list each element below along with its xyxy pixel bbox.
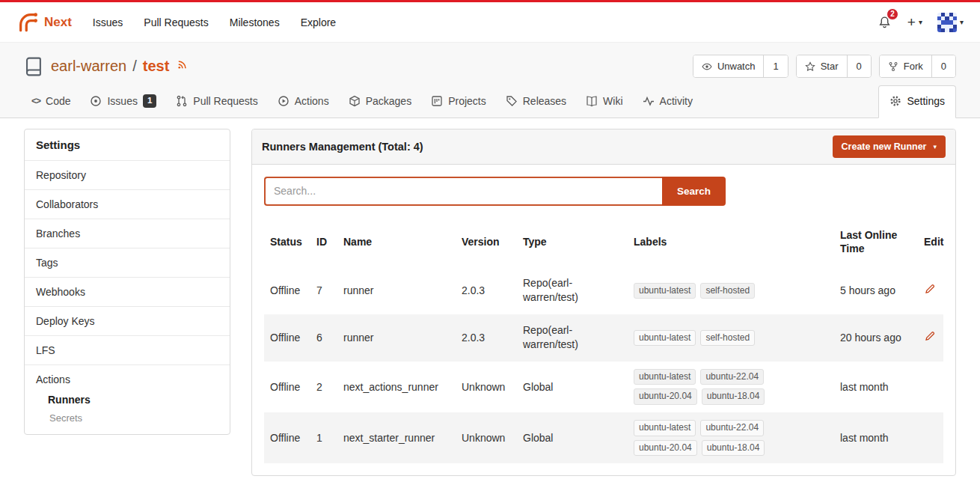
user-menu-button[interactable]: ▾ [937, 13, 964, 32]
label-chip: ubuntu-latest [634, 330, 696, 347]
package-icon [349, 95, 361, 107]
fork-button-group: Fork 0 [879, 55, 956, 78]
search-button[interactable]: Search [662, 177, 726, 206]
nav-link-pull-requests[interactable]: Pull Requests [144, 16, 208, 28]
panel-title: Runners Management (Total: 4) [262, 141, 423, 153]
sidebar-item-repository[interactable]: Repository [25, 160, 230, 189]
book-icon [586, 95, 598, 107]
sidebar-item-actions[interactable]: Actions [25, 365, 230, 390]
eye-icon [702, 61, 712, 72]
label-chip: ubuntu-18.04 [702, 388, 765, 405]
tab-settings[interactable]: Settings [878, 85, 956, 118]
star-button-group: Star 0 [796, 55, 872, 78]
watchers-count[interactable]: 1 [764, 55, 787, 77]
notifications-button[interactable]: 2 [877, 13, 892, 31]
edit-runner-button[interactable] [924, 283, 936, 295]
repo-separator: / [132, 58, 137, 75]
edit-cell-empty [918, 412, 943, 463]
runners-table: Status ID Name Version Type Labels Last … [264, 216, 943, 464]
nav-link-milestones[interactable]: Milestones [230, 16, 280, 28]
star-icon [805, 61, 815, 72]
create-new-menu-button[interactable]: + ▾ [907, 15, 922, 29]
runner-last-online: last month [834, 412, 918, 463]
runner-version: 2.0.3 [456, 314, 517, 362]
runner-id: 1 [310, 412, 337, 463]
search-input[interactable] [264, 177, 662, 206]
sidebar-item-webhooks[interactable]: Webhooks [25, 277, 230, 306]
pull-request-icon [176, 95, 188, 107]
col-id: ID [310, 216, 337, 267]
nav-link-issues[interactable]: Issues [93, 16, 123, 28]
notification-count-badge: 2 [886, 8, 898, 20]
nav-link-explore[interactable]: Explore [301, 16, 336, 28]
repo-tab-bar: <> Code Issues 1 Pull Requests Actions [24, 85, 956, 118]
home-link[interactable]: Next [16, 11, 72, 34]
plus-icon: + [907, 15, 916, 29]
sidebar-title: Settings [25, 129, 230, 160]
star-label: Star [821, 61, 839, 72]
star-button[interactable]: Star [797, 55, 848, 77]
brand-name: Next [44, 15, 72, 30]
tab-packages[interactable]: Packages [341, 85, 419, 118]
tab-code[interactable]: <> Code [24, 85, 78, 118]
create-runner-button[interactable]: Create new Runner ▾ [833, 135, 946, 158]
sidebar-item-runners[interactable]: Runners [25, 390, 230, 409]
runner-type: Global [517, 362, 628, 412]
code-icon: <> [31, 96, 40, 106]
sidebar-item-lfs[interactable]: LFS [25, 335, 230, 364]
sidebar-item-collaborators[interactable]: Collaborators [25, 189, 230, 219]
runner-labels: ubuntu-latest self-hosted [634, 283, 787, 299]
tab-issues[interactable]: Issues 1 [82, 85, 164, 118]
chevron-down-icon: ▾ [933, 143, 937, 150]
runner-version: Unknown [456, 362, 517, 412]
tab-wiki[interactable]: Wiki [578, 85, 630, 118]
tab-pull-requests[interactable]: Pull Requests [168, 85, 265, 118]
col-labels: Labels [628, 216, 834, 267]
repo-owner-link[interactable]: earl-warren [51, 58, 126, 75]
rss-feed-icon[interactable] [177, 59, 188, 70]
runner-status: Offline [264, 314, 310, 362]
runner-name: next_actions_runner [337, 362, 456, 412]
label-chip: ubuntu-22.04 [700, 369, 764, 385]
tag-icon [506, 95, 518, 107]
table-row: Offline 1 next_starter_runner Unknown Gl… [264, 412, 943, 463]
tab-releases[interactable]: Releases [498, 85, 574, 118]
runner-last-online: 20 hours ago [834, 314, 918, 362]
fork-icon [888, 61, 898, 72]
sidebar-item-branches[interactable]: Branches [25, 219, 230, 248]
table-row: Offline 6 runner 2.0.3 Repo(earl-warren/… [264, 314, 943, 362]
forgejo-logo-icon [16, 11, 39, 34]
runner-labels: ubuntu-latest self-hosted [634, 330, 787, 347]
watch-button-group: Unwatch 1 [693, 55, 788, 78]
tab-projects[interactable]: Projects [423, 85, 494, 118]
label-chip: ubuntu-20.04 [634, 440, 697, 457]
unwatch-button[interactable]: Unwatch [693, 55, 765, 77]
tab-activity[interactable]: Activity [635, 85, 700, 118]
runner-name: next_starter_runner [337, 412, 456, 463]
tab-actions[interactable]: Actions [270, 85, 337, 118]
label-chip: ubuntu-latest [634, 283, 696, 299]
edit-runner-button[interactable] [924, 330, 936, 342]
runners-panel: Runners Management (Total: 4) Create new… [251, 129, 956, 477]
stars-count[interactable]: 0 [848, 55, 871, 77]
issues-count-badge: 1 [143, 94, 156, 108]
sidebar-item-secrets[interactable]: Secrets [25, 409, 230, 427]
runner-last-online: 5 hours ago [834, 267, 918, 314]
col-edit: Edit [918, 216, 943, 267]
label-chip: ubuntu-latest [634, 420, 696, 436]
label-chip: self-hosted [700, 330, 755, 347]
sidebar-item-tags[interactable]: Tags [25, 248, 230, 277]
project-board-icon [431, 95, 443, 107]
edit-cell-empty [918, 362, 943, 412]
label-chip: ubuntu-18.04 [702, 440, 765, 457]
forks-count[interactable]: 0 [932, 55, 955, 77]
fork-button[interactable]: Fork [880, 55, 932, 77]
runner-version: Unknown [456, 412, 517, 463]
sidebar-item-deploy-keys[interactable]: Deploy Keys [25, 306, 230, 335]
label-chip: ubuntu-latest [634, 369, 696, 385]
table-row: Offline 2 next_actions_runner Unknown Gl… [264, 362, 943, 412]
runner-type: Repo(earl-warren/test) [517, 314, 628, 362]
col-name: Name [337, 216, 456, 267]
repo-name-link[interactable]: test [143, 58, 170, 75]
settings-sidebar: Settings Repository Collaborators Branch… [24, 129, 230, 435]
